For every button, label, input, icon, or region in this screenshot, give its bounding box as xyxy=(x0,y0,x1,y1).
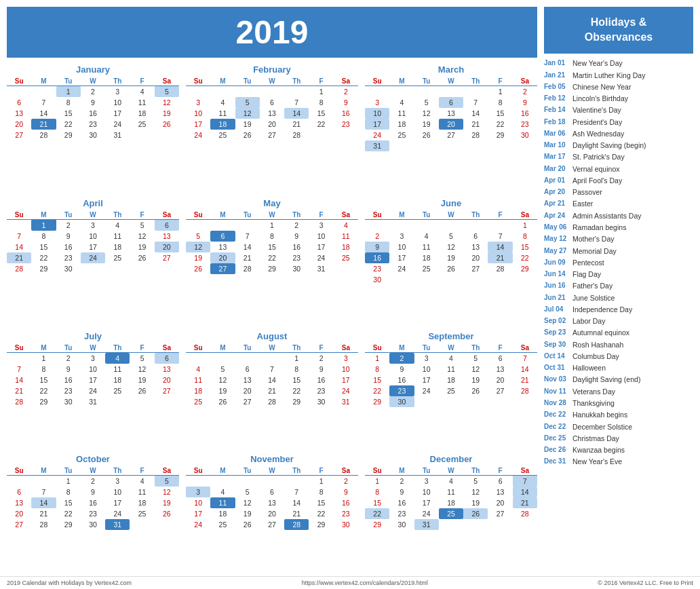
cal-day: 27 xyxy=(7,130,31,140)
cal-day: 12 xyxy=(463,487,488,497)
cal-day: 28 xyxy=(284,519,309,530)
cal-day: 29 xyxy=(513,263,537,274)
cal-day: 5 xyxy=(235,97,260,108)
holiday-item: Jan 01New Year's Day xyxy=(544,58,693,69)
cal-day: 31 xyxy=(414,519,439,530)
holiday-date: May 12 xyxy=(544,233,570,244)
cal-day: 12 xyxy=(235,497,260,508)
cal-day xyxy=(284,86,309,98)
cal-day: 2 xyxy=(334,475,358,487)
cal-day: 10 xyxy=(309,231,333,242)
cal-day: 18 xyxy=(105,242,130,252)
holiday-date: Sep 02 xyxy=(544,316,570,326)
holiday-date: Jul 04 xyxy=(544,304,570,315)
cal-day: 7 xyxy=(260,364,284,375)
month-january: JanuarySuMTuWThFSa1234567891011121314151… xyxy=(7,64,179,191)
cal-day: 19 xyxy=(155,108,179,119)
holiday-item: Mar 20Vernal equinox xyxy=(544,163,693,174)
cal-day: 9 xyxy=(334,487,358,497)
cal-day: 20 xyxy=(488,375,512,385)
cal-day: 1 xyxy=(56,475,81,487)
cal-day: 4 xyxy=(439,353,463,364)
holiday-name: Mother's Day xyxy=(572,233,615,244)
cal-day xyxy=(463,274,488,285)
holiday-item: Oct 31Halloween xyxy=(544,362,693,374)
cal-day: 13 xyxy=(260,497,284,508)
month-september: SeptemberSuMTuWThFSa12345678910111213141… xyxy=(365,331,537,447)
cal-table-7: SuMTuWThFSa12345678910111213141516171819… xyxy=(186,343,358,407)
cal-day xyxy=(130,263,154,274)
cal-day: 23 xyxy=(334,508,358,519)
cal-day: 3 xyxy=(365,97,389,108)
cal-day xyxy=(155,130,179,140)
cal-day xyxy=(235,219,260,231)
cal-day: 26 xyxy=(186,263,210,274)
cal-day: 12 xyxy=(155,97,179,108)
cal-day: 22 xyxy=(260,252,284,263)
holiday-item: Apr 20Passover xyxy=(544,187,693,198)
holiday-name: Lincoln's Birthday xyxy=(572,93,628,104)
cal-day: 7 xyxy=(284,97,309,108)
cal-day: 16 xyxy=(513,108,537,119)
cal-day: 5 xyxy=(235,487,260,497)
holiday-date: Jun 14 xyxy=(544,269,570,280)
cal-day: 30 xyxy=(389,396,414,407)
cal-day: 23 xyxy=(365,263,389,274)
holiday-name: Independence Day xyxy=(572,304,632,315)
cal-day: 6 xyxy=(155,353,179,364)
cal-day: 29 xyxy=(56,130,81,140)
cal-day xyxy=(414,396,439,407)
cal-day: 8 xyxy=(260,231,284,242)
cal-day xyxy=(260,86,284,98)
cal-day: 25 xyxy=(414,263,439,274)
holiday-name: Halloween xyxy=(572,362,606,373)
cal-day: 1 xyxy=(284,353,309,364)
cal-day: 4 xyxy=(130,475,154,487)
cal-day: 2 xyxy=(284,219,309,231)
cal-day xyxy=(463,219,488,231)
cal-day: 20 xyxy=(260,508,284,519)
cal-day: 21 xyxy=(284,119,309,130)
cal-day xyxy=(389,140,414,151)
cal-day: 7 xyxy=(463,97,488,108)
cal-day: 14 xyxy=(488,242,512,252)
cal-day: 25 xyxy=(105,385,130,396)
cal-day: 16 xyxy=(334,108,358,119)
cal-day xyxy=(463,519,488,530)
cal-day: 27 xyxy=(235,396,260,407)
cal-day: 15 xyxy=(309,108,333,119)
cal-day: 23 xyxy=(513,119,537,130)
cal-day: 9 xyxy=(284,231,309,242)
month-title-10: November xyxy=(186,454,358,464)
cal-day: 20 xyxy=(155,242,179,252)
holiday-date: Dec 31 xyxy=(544,456,570,467)
cal-day: 13 xyxy=(7,497,31,508)
cal-day: 17 xyxy=(105,108,130,119)
cal-day: 3 xyxy=(334,353,358,364)
cal-day: 23 xyxy=(56,385,81,396)
cal-day: 8 xyxy=(56,487,81,497)
cal-day: 28 xyxy=(513,385,537,396)
cal-day: 29 xyxy=(56,519,81,530)
cal-day: 20 xyxy=(7,119,31,130)
cal-day: 5 xyxy=(439,231,463,242)
cal-day: 30 xyxy=(334,519,358,530)
cal-table-11: SuMTuWThFSa12345678910111213141516171819… xyxy=(365,466,537,530)
cal-day: 24 xyxy=(105,119,130,130)
cal-day: 28 xyxy=(31,130,56,140)
month-march: MarchSuMTuWThFSa123456789101112131415161… xyxy=(365,64,537,191)
holiday-date: Feb 18 xyxy=(544,117,570,128)
cal-day: 24 xyxy=(334,385,358,396)
holiday-item: Jan 21Martin Luther King Day xyxy=(544,69,693,81)
cal-day: 9 xyxy=(389,487,414,497)
cal-day: 6 xyxy=(260,487,284,497)
holiday-name: Pentecost xyxy=(572,257,604,268)
cal-day: 22 xyxy=(365,385,389,396)
cal-day: 3 xyxy=(81,219,105,231)
cal-day: 11 xyxy=(389,108,414,119)
cal-day: 16 xyxy=(81,497,105,508)
cal-day: 20 xyxy=(488,497,512,508)
cal-day: 14 xyxy=(7,375,31,385)
cal-day: 5 xyxy=(414,97,439,108)
cal-day: 5 xyxy=(463,475,488,487)
